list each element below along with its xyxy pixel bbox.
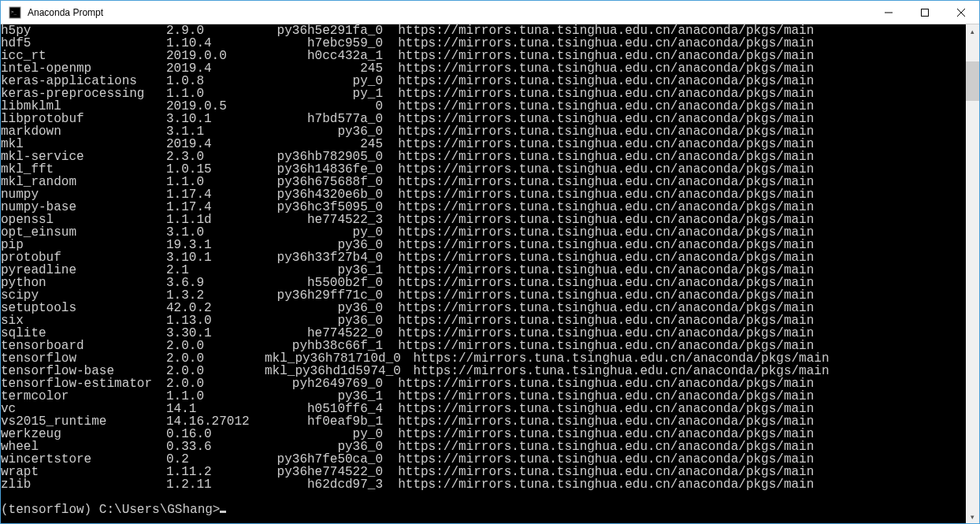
package-build: py36_0 [265, 302, 383, 314]
package-version: 42.0.2 [166, 302, 265, 314]
package-build: h0cc432a_1 [265, 50, 383, 62]
package-row: tensorflow-estimator2.0.0pyh2649769_0 ht… [1, 377, 966, 390]
package-name: tensorflow [1, 352, 166, 365]
package-version: 0.33.6 [166, 440, 265, 453]
package-build: 0 [265, 100, 383, 113]
prompt-line[interactable]: (tensorflow) C:\Users\GShang> [1, 504, 966, 516]
package-channel-url: https://mirrors.tuna.tsinghua.edu.cn/ana… [383, 440, 966, 453]
package-channel-url: https://mirrors.tuna.tsinghua.edu.cn/ana… [383, 415, 966, 428]
package-row: numpy-base1.17.4py36hc3f5095_0 https://m… [1, 201, 966, 214]
scrollbar-thumb[interactable] [966, 61, 979, 101]
package-name: termcolor [1, 390, 166, 403]
package-name: tensorflow-estimator [1, 377, 166, 390]
package-version: 3.30.1 [166, 327, 265, 340]
package-row: setuptools42.0.2py36_0 https://mirrors.t… [1, 302, 966, 314]
package-row: wincertstore0.2py36h7fe50ca_0 https://mi… [1, 453, 966, 466]
package-row: protobuf3.10.1py36h33f27b4_0 https://mir… [1, 251, 966, 264]
package-name: pip [1, 239, 166, 251]
package-name: hdf5 [1, 37, 166, 50]
package-build: py36h675688f_0 [265, 176, 383, 188]
package-name: libprotobuf [1, 113, 166, 125]
package-name: mkl_random [1, 176, 166, 188]
package-channel-url: https://mirrors.tuna.tsinghua.edu.cn/ana… [383, 239, 966, 251]
package-row: keras-applications1.0.8py_0 https://mirr… [1, 75, 966, 87]
package-name: tensorboard [1, 340, 166, 352]
package-build: 245 [265, 62, 383, 75]
package-version: 1.13.0 [166, 314, 265, 327]
package-version: 1.17.4 [166, 188, 265, 201]
package-row: sqlite3.30.1he774522_0 https://mirrors.t… [1, 327, 966, 340]
package-build: h5500b2f_0 [265, 277, 383, 289]
package-row: six1.13.0py36_0 https://mirrors.tuna.tsi… [1, 314, 966, 327]
package-channel-url: https://mirrors.tuna.tsinghua.edu.cn/ana… [383, 226, 966, 239]
package-version: 3.1.1 [166, 125, 265, 138]
maximize-button[interactable] [907, 1, 943, 24]
package-row: wrapt1.11.2py36he774522_0 https://mirror… [1, 466, 966, 478]
package-version: 2019.4 [166, 138, 265, 151]
package-row: intel-openmp2019.4245 https://mirrors.tu… [1, 62, 966, 75]
package-name: vs2015_runtime [1, 415, 166, 428]
package-row: pyreadline2.1py36_1 https://mirrors.tuna… [1, 264, 966, 277]
package-name: intel-openmp [1, 62, 166, 75]
package-row: numpy1.17.4py36h4320e6b_0 https://mirror… [1, 188, 966, 201]
package-channel-url: https://mirrors.tuna.tsinghua.edu.cn/ana… [383, 214, 966, 226]
package-version: 1.0.15 [166, 163, 265, 176]
package-name: pyreadline [1, 264, 166, 277]
package-row: tensorflow2.0.0mkl_py36h781710d_0 https:… [1, 352, 966, 365]
scroll-down-arrow-icon[interactable]: ▾ [966, 510, 979, 523]
package-version: 1.1.1d [166, 214, 265, 226]
package-channel-url: https://mirrors.tuna.tsinghua.edu.cn/ana… [383, 302, 966, 314]
cursor-icon [220, 511, 226, 513]
package-version: 0.2 [166, 453, 265, 466]
package-channel-url: https://mirrors.tuna.tsinghua.edu.cn/ana… [383, 377, 966, 390]
package-channel-url: https://mirrors.tuna.tsinghua.edu.cn/ana… [383, 188, 966, 201]
package-channel-url: https://mirrors.tuna.tsinghua.edu.cn/ana… [383, 365, 966, 377]
minimize-button[interactable] [870, 1, 907, 24]
package-row: libmklml2019.0.50 https://mirrors.tuna.t… [1, 100, 966, 113]
package-version: 3.10.1 [166, 113, 265, 125]
scroll-up-arrow-icon[interactable]: ▴ [966, 24, 979, 38]
scrollbar[interactable]: ▴ ▾ [966, 24, 979, 523]
package-name: numpy [1, 188, 166, 201]
package-build: py36_1 [265, 264, 383, 277]
package-name: keras-applications [1, 75, 166, 87]
package-name: markdown [1, 125, 166, 138]
package-row: vc14.1h0510ff6_4 https://mirrors.tuna.ts… [1, 403, 966, 415]
package-channel-url: https://mirrors.tuna.tsinghua.edu.cn/ana… [383, 251, 966, 264]
package-name: mkl-service [1, 151, 166, 163]
package-version: 2.1 [166, 264, 265, 277]
package-build: py36h29ff71c_0 [265, 289, 383, 302]
package-row: scipy1.3.2py36h29ff71c_0 https://mirrors… [1, 289, 966, 302]
close-button[interactable] [943, 1, 979, 24]
package-version: 2019.0.0 [166, 50, 265, 62]
package-row: libprotobuf3.10.1h7bd577a_0 https://mirr… [1, 113, 966, 125]
package-version: 0.16.0 [166, 428, 265, 440]
package-build: py36_0 [265, 239, 383, 251]
terminal-area: h5py2.9.0py36h5e291fa_0 https://mirrors.… [1, 24, 979, 523]
package-channel-url: https://mirrors.tuna.tsinghua.edu.cn/ana… [383, 340, 966, 352]
package-row: termcolor1.1.0py36_1 https://mirrors.tun… [1, 390, 966, 403]
package-channel-url: https://mirrors.tuna.tsinghua.edu.cn/ana… [383, 403, 966, 415]
package-name: python [1, 277, 166, 289]
titlebar[interactable]: >_ Anaconda Prompt [1, 1, 979, 24]
package-version: 3.10.1 [166, 251, 265, 264]
scrollbar-track[interactable] [966, 38, 979, 510]
package-channel-url: https://mirrors.tuna.tsinghua.edu.cn/ana… [383, 390, 966, 403]
package-row: werkzeug0.16.0py_0 https://mirrors.tuna.… [1, 428, 966, 440]
package-build: h0510ff6_4 [265, 403, 383, 415]
terminal-output[interactable]: h5py2.9.0py36h5e291fa_0 https://mirrors.… [1, 24, 966, 523]
package-channel-url: https://mirrors.tuna.tsinghua.edu.cn/ana… [383, 352, 966, 365]
package-build: h62dcd97_3 [265, 478, 383, 491]
package-channel-url: https://mirrors.tuna.tsinghua.edu.cn/ana… [383, 289, 966, 302]
package-channel-url: https://mirrors.tuna.tsinghua.edu.cn/ana… [383, 75, 966, 87]
package-build: py36_0 [265, 314, 383, 327]
package-build: h7bd577a_0 [265, 113, 383, 125]
package-channel-url: https://mirrors.tuna.tsinghua.edu.cn/ana… [383, 277, 966, 289]
package-row: tensorflow-base2.0.0mkl_py36hd1d5974_0 h… [1, 365, 966, 377]
package-build: py36hc3f5095_0 [265, 201, 383, 214]
package-version: 2.0.0 [166, 352, 265, 365]
package-build: py36_1 [265, 390, 383, 403]
package-build: py_0 [265, 75, 383, 87]
package-version: 1.0.8 [166, 75, 265, 87]
package-channel-url: https://mirrors.tuna.tsinghua.edu.cn/ana… [383, 151, 966, 163]
